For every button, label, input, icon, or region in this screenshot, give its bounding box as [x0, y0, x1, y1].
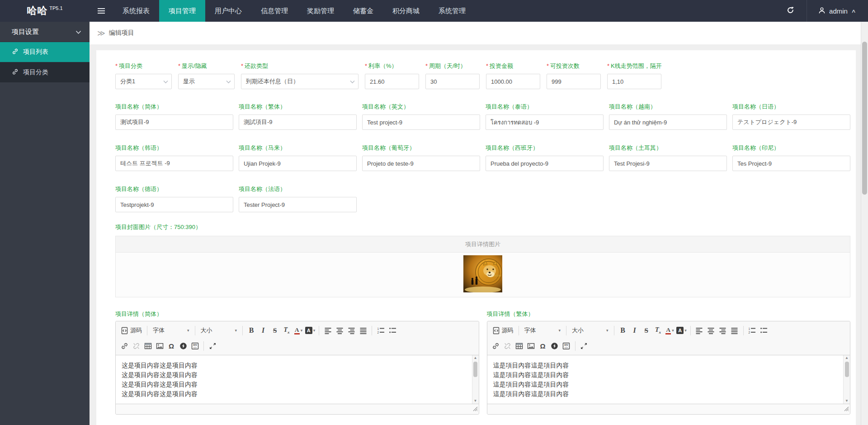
italic-icon[interactable]: I [257, 325, 269, 336]
font-size-combo[interactable]: 大小▾ [569, 325, 611, 336]
editor-scrollbar[interactable]: ▲▼ [843, 355, 850, 404]
menu-toggle-icon[interactable] [90, 0, 113, 22]
align-left-icon[interactable] [322, 325, 334, 336]
project-name-en-input[interactable]: Test project-9 [362, 115, 480, 130]
field-project-name-ko: 项目名称（韩语）테스트 프로젝트 -9 [115, 144, 233, 171]
align-center-icon[interactable] [334, 325, 345, 336]
editor-content-area[interactable]: 这是项目内容这是项目内容这是项目内容这是项目内容这是项目内容这是项目内容这是项目… [116, 355, 479, 404]
nav-item-6[interactable]: 储蓄金 [344, 0, 383, 22]
chevron-down-icon [350, 78, 355, 85]
rate-input[interactable]: 21.60 [365, 74, 419, 89]
scroll-down-icon[interactable]: ▼ [845, 398, 849, 404]
nav-item-5[interactable]: 奖励管理 [297, 0, 344, 22]
bulleted-list-icon[interactable] [758, 325, 770, 336]
period-input[interactable]: 30 [425, 74, 480, 89]
align-left-icon[interactable] [693, 325, 705, 336]
align-justify-icon[interactable] [729, 325, 741, 336]
div-container-icon[interactable]: DIV</> [561, 340, 572, 352]
refresh-button[interactable] [774, 0, 807, 22]
kline-range-input[interactable]: 1,10 [607, 74, 661, 89]
page-scrollbar[interactable] [861, 22, 868, 425]
strikethrough-icon[interactable]: S [641, 325, 652, 336]
input-value: Tester Project-9 [244, 201, 285, 208]
table-icon[interactable] [514, 340, 525, 352]
numbered-list-icon[interactable]: 12 [746, 325, 758, 336]
flash-icon[interactable] [177, 340, 189, 352]
nav-item-8[interactable]: 系统管理 [429, 0, 475, 22]
image-icon[interactable] [525, 340, 537, 352]
visibility-select[interactable]: 显示 [178, 74, 235, 89]
project-name-tr-input[interactable]: Test Projesi-9 [609, 156, 727, 171]
remove-format-icon[interactable]: Tx [281, 325, 292, 336]
unlink-icon[interactable] [502, 340, 514, 352]
editor-content-area[interactable]: 這是項目內容這是項目內容這是項目內容這是項目內容這是項目內容這是項目內容這是項目… [487, 355, 850, 404]
italic-icon[interactable]: I [629, 325, 641, 336]
project-name-ja-input[interactable]: テストプロジェクト-9 [732, 115, 850, 130]
maximize-icon[interactable] [578, 340, 590, 352]
font-size-combo[interactable]: 大小▾ [198, 325, 240, 336]
bold-icon[interactable]: B [617, 325, 629, 336]
scrollbar-thumb[interactable] [473, 362, 477, 377]
align-right-icon[interactable] [717, 325, 729, 336]
nav-item-4[interactable]: 信息管理 [251, 0, 297, 22]
bulleted-list-icon[interactable] [387, 325, 398, 336]
image-icon[interactable] [154, 340, 165, 352]
flash-icon[interactable] [549, 340, 561, 352]
text-color-icon[interactable]: A▾ [292, 325, 304, 336]
scroll-up-icon[interactable]: ▲ [845, 355, 849, 361]
align-center-icon[interactable] [705, 325, 717, 336]
div-container-icon[interactable]: DIV</> [189, 340, 201, 352]
project-name-ms-input[interactable]: Ujian Projek-9 [239, 156, 357, 171]
source-button[interactable]: 源码 [118, 325, 144, 336]
strikethrough-icon[interactable]: S [269, 325, 281, 336]
project-name-id-input[interactable]: Tes Project-9 [732, 156, 850, 171]
omega-icon[interactable]: Ω [537, 340, 549, 352]
font-family-combo[interactable]: 字体▾ [150, 325, 192, 336]
source-button[interactable]: 源码 [490, 325, 516, 336]
link-icon[interactable] [118, 340, 130, 352]
align-justify-icon[interactable] [357, 325, 369, 336]
nav-item-2[interactable]: 项目管理 [159, 0, 205, 22]
invest-times-input[interactable]: 999 [547, 74, 601, 89]
user-menu[interactable]: admin ∧ [807, 0, 868, 22]
repayment-type-select[interactable]: 到期还本付息（日） [241, 74, 359, 89]
editor-scrollbar[interactable]: ▲▼ [472, 355, 479, 404]
nav-item-1[interactable]: 系统报表 [113, 0, 159, 22]
link-icon[interactable] [490, 340, 502, 352]
project-category-select[interactable]: 分类1 [115, 74, 172, 89]
invest-amount-input[interactable]: 1000.00 [486, 74, 540, 89]
page-scrollbar-thumb[interactable] [862, 42, 867, 195]
remove-format-icon[interactable]: Tx [652, 325, 664, 336]
project-name-es-input[interactable]: Prueba del proyecto-9 [486, 156, 604, 171]
resize-grip-icon[interactable] [844, 405, 849, 413]
sidebar-item-project-category[interactable]: 项目分类 [0, 62, 90, 82]
resize-grip-icon[interactable] [473, 405, 478, 413]
sidebar-item-project-list[interactable]: 项目列表 [0, 42, 90, 62]
project-name-vi-input[interactable]: Dự án thử nghiệm-9 [609, 115, 727, 130]
project-name-de-input[interactable]: Testprojekt-9 [115, 197, 233, 212]
project-name-zh-cn-input[interactable]: 测试项目-9 [115, 115, 233, 130]
scroll-up-icon[interactable]: ▲ [474, 355, 477, 361]
bg-color-icon[interactable]: A▾ [676, 325, 688, 336]
table-icon[interactable] [142, 340, 154, 352]
align-right-icon[interactable] [345, 325, 357, 336]
scroll-down-icon[interactable]: ▼ [474, 398, 477, 404]
nav-item-7[interactable]: 积分商城 [383, 0, 429, 22]
omega-icon[interactable]: Ω [165, 340, 177, 352]
font-family-combo[interactable]: 字体▾ [522, 325, 564, 336]
bg-color-icon[interactable]: A▾ [304, 325, 316, 336]
sidebar-group-project-settings[interactable]: 项目设置 [0, 22, 90, 42]
text-color-icon[interactable]: A▾ [664, 325, 676, 336]
project-name-zh-tw-input[interactable]: 測試項目-9 [239, 115, 357, 130]
project-name-th-input[interactable]: โครงการทดสอบ -9 [486, 115, 604, 130]
select-value: 分类1 [120, 77, 135, 86]
project-name-fr-input[interactable]: Tester Project-9 [239, 197, 357, 212]
scrollbar-thumb[interactable] [845, 362, 849, 377]
nav-item-3[interactable]: 用户中心 [205, 0, 251, 22]
unlink-icon[interactable] [130, 340, 142, 352]
project-name-pt-input[interactable]: Projeto de teste-9 [362, 156, 480, 171]
bold-icon[interactable]: B [245, 325, 257, 336]
project-name-ko-input[interactable]: 테스트 프로젝트 -9 [115, 156, 233, 171]
numbered-list-icon[interactable]: 12 [375, 325, 387, 336]
maximize-icon[interactable] [207, 340, 218, 352]
